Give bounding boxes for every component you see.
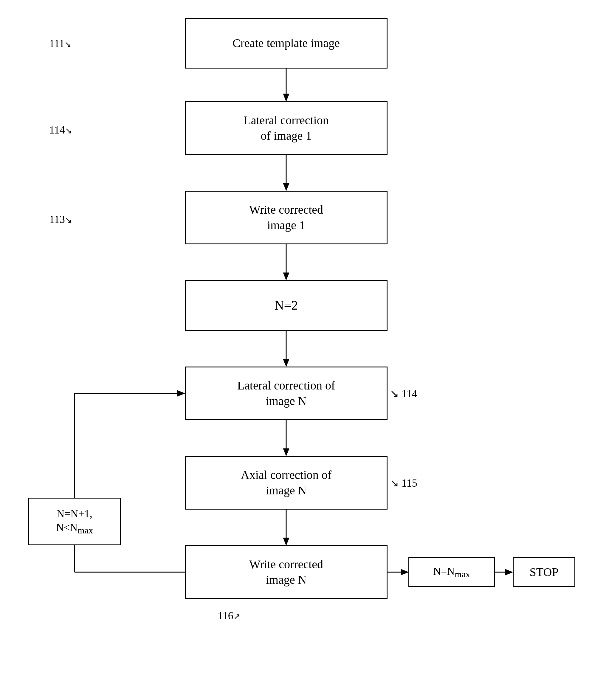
write-corrected-n-label: Write correctedimage N bbox=[249, 557, 323, 588]
flowchart: Create template image Lateral correction… bbox=[0, 0, 609, 700]
svg-marker-1 bbox=[283, 94, 289, 101]
n-increment-box: N=N+1,N<Nmax bbox=[28, 498, 121, 545]
create-template-box: Create template image bbox=[185, 18, 387, 69]
svg-marker-7 bbox=[283, 359, 289, 367]
lateral-correction-n-label: Lateral correction ofimage N bbox=[237, 378, 335, 409]
svg-marker-11 bbox=[283, 538, 289, 545]
create-template-label: Create template image bbox=[232, 35, 340, 51]
n-equals-2-label: N=2 bbox=[275, 297, 298, 314]
axial-correction-n-label: Axial correction ofimage N bbox=[241, 467, 331, 498]
stop-label: STOP bbox=[529, 564, 558, 580]
write-corrected-n-box: Write correctedimage N bbox=[185, 545, 387, 599]
axial-correction-n-box: Axial correction ofimage N bbox=[185, 456, 387, 510]
stop-box: STOP bbox=[513, 557, 575, 587]
svg-marker-9 bbox=[283, 449, 289, 456]
lateral-correction-1-label: Lateral correctionof image 1 bbox=[244, 112, 329, 144]
svg-marker-5 bbox=[283, 273, 289, 280]
n-equals-nmax-box: N=Nmax bbox=[408, 557, 495, 587]
ref-113: 113↘ bbox=[49, 213, 72, 226]
n-equals-2-box: N=2 bbox=[185, 280, 387, 331]
svg-marker-15 bbox=[505, 569, 513, 575]
n-increment-label: N=N+1,N<Nmax bbox=[56, 507, 93, 537]
svg-marker-21 bbox=[177, 390, 185, 396]
lateral-correction-1-box: Lateral correctionof image 1 bbox=[185, 101, 387, 155]
write-corrected-1-label: Write correctedimage 1 bbox=[249, 202, 323, 233]
ref-111: 111↘ bbox=[49, 37, 71, 50]
write-corrected-1-box: Write correctedimage 1 bbox=[185, 191, 387, 244]
ref-114-first: 114↘ bbox=[49, 124, 72, 136]
svg-marker-13 bbox=[401, 569, 408, 575]
n-equals-nmax-label: N=Nmax bbox=[433, 564, 470, 580]
ref-115: ↘ 115 bbox=[390, 477, 417, 489]
ref-116: 116↗ bbox=[218, 609, 240, 622]
ref-114-second: ↘ 114 bbox=[390, 387, 417, 400]
svg-marker-3 bbox=[283, 183, 289, 191]
lateral-correction-n-box: Lateral correction ofimage N bbox=[185, 367, 387, 420]
